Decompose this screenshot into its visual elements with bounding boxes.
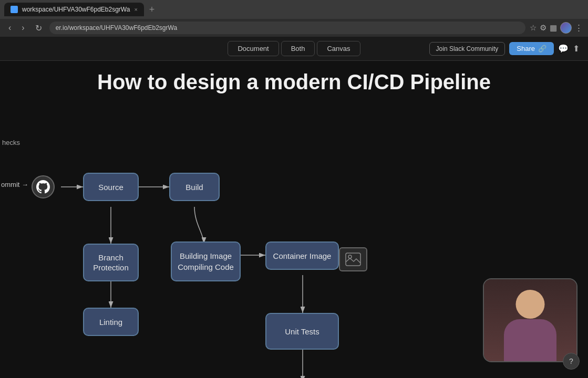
export-button[interactable]: ⬆ — [573, 44, 580, 54]
svg-rect-8 — [346, 253, 360, 266]
share-link-icon: 🔗 — [538, 45, 546, 52]
profile-avatar[interactable] — [560, 22, 572, 34]
header-right: Join Slack Community Share 🔗 💬 ⬆ — [429, 42, 580, 56]
address-bar[interactable] — [49, 22, 525, 34]
video-overlay — [483, 278, 577, 362]
forward-button[interactable]: › — [18, 22, 27, 34]
tab-canvas[interactable]: Canvas — [317, 41, 360, 56]
unit-tests-node[interactable]: Unit Tests — [265, 313, 339, 350]
source-node[interactable]: Source — [83, 173, 139, 201]
linting-node[interactable]: Linting — [83, 308, 139, 336]
slack-community-button[interactable]: Join Slack Community — [429, 42, 506, 56]
tab-favicon — [11, 6, 18, 13]
tab-title: workspace/UHFVA30wF6pdEb2sgrWa — [22, 6, 130, 13]
checks-label: hecks — [2, 139, 20, 146]
share-button[interactable]: Share 🔗 — [509, 42, 554, 55]
menu-button[interactable]: ⋮ — [575, 23, 583, 33]
extensions-button[interactable]: ⚙ — [540, 23, 546, 33]
tab-both[interactable]: Both — [281, 41, 315, 56]
branch-protection-node[interactable]: Branch Protection — [83, 244, 139, 281]
active-tab[interactable]: workspace/UHFVA30wF6pdEb2sgrWa × — [4, 3, 144, 16]
video-person — [484, 279, 576, 361]
header-tabs: Document Both Canvas — [228, 41, 360, 56]
help-button[interactable]: ? — [563, 353, 580, 370]
build-node[interactable]: Build — [169, 173, 220, 201]
bookmark-button[interactable]: ☆ — [530, 23, 537, 33]
nav-controls: ‹ › ↻ ☆ ⚙ ▦ ⋮ — [0, 19, 588, 37]
container-image-node[interactable]: Container Image — [265, 242, 339, 270]
app-header: Document Both Canvas Join Slack Communit… — [0, 37, 588, 61]
back-button[interactable]: ‹ — [5, 22, 14, 34]
comment-button[interactable]: 💬 — [558, 44, 569, 54]
tab-document[interactable]: Document — [228, 41, 278, 56]
tab-close-button[interactable]: × — [134, 6, 137, 13]
canvas-area[interactable]: How to design a modern CI/CD Pipeline he… — [0, 61, 588, 378]
new-tab-button[interactable]: + — [146, 4, 158, 15]
sidebar-button[interactable]: ▦ — [550, 23, 557, 33]
github-icon — [32, 175, 55, 198]
building-image-node[interactable]: Building ImageCompiling Code — [171, 242, 241, 281]
commit-label: ommit → — [1, 181, 28, 188]
image-placeholder-icon — [339, 247, 367, 271]
tab-bar: workspace/UHFVA30wF6pdEb2sgrWa × + — [0, 0, 588, 19]
share-label: Share — [517, 45, 535, 52]
nav-icons: ☆ ⚙ ▦ ⋮ — [530, 22, 583, 34]
reload-button[interactable]: ↻ — [32, 22, 45, 34]
diagram-title: How to design a modern CI/CD Pipeline — [97, 70, 491, 94]
browser-chrome: workspace/UHFVA30wF6pdEb2sgrWa × + ‹ › ↻… — [0, 0, 588, 37]
